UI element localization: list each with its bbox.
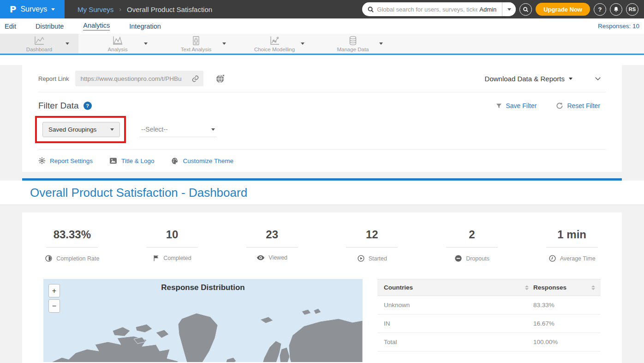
- top-bar: P Surveys My Surveys › Overall Product S…: [0, 0, 644, 18]
- questionpro-logo-icon: P: [10, 4, 17, 15]
- funnel-icon: [495, 103, 502, 109]
- divider: [246, 247, 298, 248]
- chevron-down-icon: [211, 128, 215, 131]
- spacer: [0, 205, 644, 212]
- stat-completion-rate: 83.33% Completion Rate: [22, 228, 122, 262]
- nav-item-edit[interactable]: Edit: [5, 23, 16, 30]
- chevron-down-icon[interactable]: [222, 42, 226, 45]
- global-search-input[interactable]: [377, 6, 477, 13]
- completion-rate-icon: [45, 254, 53, 262]
- map-zoom-in-button[interactable]: +: [48, 284, 60, 297]
- stat-label: Completed: [163, 255, 191, 261]
- product-label: Surveys: [20, 5, 47, 13]
- divider: [546, 247, 598, 248]
- download-label: Download Data & Reports: [485, 75, 565, 83]
- stat-completed: 10 Completed: [122, 228, 222, 262]
- breadcrumb-separator-icon: ›: [119, 6, 121, 13]
- report-toolbar-card: Report Link https://www.questionpro.com/…: [22, 65, 622, 172]
- stat-value: 23: [266, 228, 278, 241]
- surveys-product-menu[interactable]: P Surveys: [0, 0, 65, 18]
- stat-value: 10: [166, 228, 179, 241]
- help-button[interactable]: ?: [594, 3, 606, 16]
- topbar-actions: Admin Upgrade Now ? RS: [362, 2, 644, 16]
- divider: [146, 247, 198, 248]
- countries-column-header[interactable]: Countries: [384, 284, 413, 291]
- responses-column-header[interactable]: Responses: [533, 284, 566, 291]
- report-link-label: Report Link: [38, 75, 69, 82]
- divider: [346, 247, 398, 248]
- nav-item-integration[interactable]: Integration: [129, 23, 161, 30]
- question-mark-icon: ?: [598, 6, 602, 13]
- notifications-button[interactable]: [610, 3, 622, 16]
- map-zoom-out-button[interactable]: −: [48, 299, 60, 313]
- report-link-input[interactable]: https://www.questionpro.com/t/PHBu: [75, 71, 203, 86]
- table-row: Unknown 83.33%: [377, 296, 601, 315]
- tab-label: Choice Modelling: [254, 47, 295, 52]
- chevron-down-icon: [507, 8, 511, 11]
- tab-label: Text Analysis: [181, 47, 211, 52]
- quick-search-button[interactable]: [519, 3, 532, 16]
- country-name: Unknown: [384, 302, 410, 309]
- palette-icon: [171, 157, 179, 165]
- tab-analysis[interactable]: Analysis: [78, 34, 157, 54]
- tab-manage-data[interactable]: Manage Data: [314, 34, 392, 54]
- filter-data-title: Filter Data: [38, 101, 79, 111]
- collapse-panel-button[interactable]: [594, 74, 602, 83]
- reset-filter-button[interactable]: Reset Filter: [556, 102, 600, 109]
- response-distribution-map[interactable]: Response Distribution + −: [43, 279, 363, 362]
- save-filter-button[interactable]: Save Filter: [495, 102, 537, 109]
- divider: [446, 247, 498, 248]
- divider: [46, 247, 98, 248]
- sort-icon[interactable]: [525, 285, 529, 290]
- countries-table-header: Countries Responses: [377, 279, 601, 296]
- chevron-down-icon[interactable]: [66, 42, 69, 45]
- report-title-band: Overall Product Satisfaction - Dashboard: [0, 181, 644, 205]
- reset-icon: [556, 102, 563, 109]
- grouping-select-placeholder: --Select--: [141, 126, 211, 133]
- stat-label: Started: [369, 255, 387, 262]
- image-icon: [109, 157, 117, 164]
- tab-label: Manage Data: [337, 47, 369, 52]
- customize-theme-button[interactable]: Customize Theme: [171, 157, 233, 165]
- reset-filter-label: Reset Filter: [567, 102, 600, 109]
- table-row: IN 16.67%: [377, 315, 601, 333]
- download-data-reports-menu[interactable]: Download Data & Reports: [485, 75, 572, 83]
- chevron-down-icon[interactable]: [144, 42, 148, 45]
- link-icon: [191, 75, 199, 83]
- grouping-select-dropdown[interactable]: --Select--: [139, 122, 217, 137]
- report-link-row: Report Link https://www.questionpro.com/…: [22, 65, 622, 92]
- tab-choice-modelling[interactable]: Choice Modelling: [235, 34, 314, 54]
- search-scope-dropdown[interactable]: [502, 2, 516, 16]
- chevron-down-icon: [110, 128, 114, 131]
- stat-dropouts: 2 Dropouts: [422, 228, 522, 262]
- report-settings-button[interactable]: Report Settings: [38, 157, 93, 164]
- global-search-box[interactable]: Admin: [362, 2, 516, 16]
- country-responses: 83.33%: [533, 302, 555, 309]
- filter-help-button[interactable]: ?: [83, 102, 92, 110]
- upgrade-now-button[interactable]: Upgrade Now: [536, 3, 590, 16]
- avatar[interactable]: RS: [626, 3, 638, 16]
- tab-text-analysis[interactable]: Text Analysis: [157, 34, 235, 54]
- tab-label: Dashboard: [26, 47, 52, 52]
- customize-theme-label: Customize Theme: [183, 157, 233, 164]
- stat-value: 1 min: [557, 228, 586, 241]
- sort-icon[interactable]: [591, 285, 595, 290]
- title-logo-button[interactable]: Title & Logo: [109, 157, 155, 164]
- chevron-down-icon[interactable]: [301, 42, 304, 45]
- breadcrumb-my-surveys[interactable]: My Surveys: [78, 6, 113, 13]
- tab-dashboard[interactable]: Dashboard: [0, 34, 78, 54]
- nav-item-distribute[interactable]: Distribute: [36, 23, 64, 30]
- saved-groupings-label: Saved Groupings: [48, 126, 110, 133]
- chevron-down-icon[interactable]: [379, 42, 383, 45]
- chevron-down-icon: [51, 8, 55, 11]
- eye-icon: [256, 254, 265, 261]
- saved-groupings-dropdown[interactable]: Saved Groupings: [42, 122, 120, 137]
- nav-item-analytics[interactable]: Analytics: [83, 22, 110, 30]
- responses-count[interactable]: Responses: 10: [598, 23, 639, 30]
- search-icon: [367, 6, 374, 13]
- share-report-button[interactable]: [215, 73, 226, 84]
- gear-icon: [38, 157, 46, 164]
- chevron-down-icon: [569, 78, 572, 80]
- clock-icon: [549, 254, 556, 262]
- play-circle-icon: [357, 254, 365, 262]
